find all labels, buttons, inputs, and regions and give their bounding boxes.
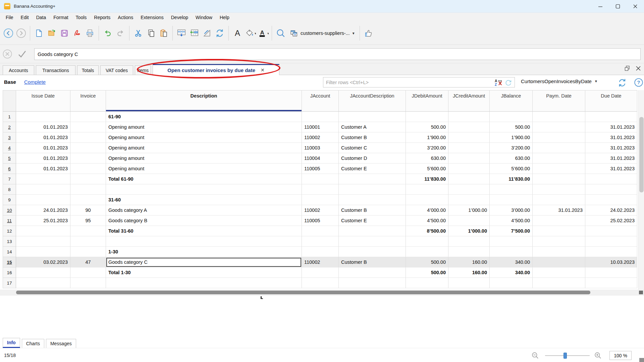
row-number[interactable]: 11 <box>3 216 16 226</box>
row-number[interactable]: 2 <box>3 122 16 132</box>
cell-invoice[interactable] <box>70 278 106 288</box>
restore-window-icon[interactable] <box>624 65 631 73</box>
cell-due_date[interactable] <box>585 236 637 247</box>
cell-jaccount_description[interactable]: Customer E <box>339 216 406 226</box>
cell-jcredit_amount[interactable]: 1’000.00 <box>448 205 490 216</box>
cell-jdebit_amount[interactable]: 4’000.00 <box>406 205 448 216</box>
cell-jbalance[interactable]: 340.00 <box>490 257 533 267</box>
tab-vat-codes[interactable]: VAT codes <box>100 65 133 75</box>
cell-due_date[interactable] <box>585 174 637 184</box>
cell-due_date[interactable] <box>585 226 637 236</box>
cell-jbalance[interactable]: 630.00 <box>490 153 533 164</box>
cell-paym_date[interactable] <box>533 132 585 143</box>
cell-invoice[interactable]: 47 <box>70 257 106 267</box>
print-icon[interactable] <box>84 26 96 41</box>
cell-issue_date[interactable] <box>16 226 70 236</box>
zoom-slider-thumb[interactable] <box>564 353 567 359</box>
cell-jaccount[interactable]: 110002 <box>302 257 339 267</box>
cell-jcredit_amount[interactable] <box>448 278 490 288</box>
column-header-jdebit_amount[interactable]: JDebitAmount <box>406 90 448 112</box>
tab-transactions[interactable]: Transactions <box>36 65 75 75</box>
forward-icon[interactable] <box>15 26 28 41</box>
cell-paym_date[interactable] <box>533 153 585 164</box>
save-icon[interactable] <box>58 26 71 41</box>
cell-paym_date[interactable] <box>533 216 585 226</box>
cell-description[interactable]: Goods category B <box>106 216 302 226</box>
cell-due_date[interactable]: 31.01.2023 <box>585 153 637 164</box>
cell-jbalance[interactable]: 500.00 <box>490 122 533 132</box>
row-number-header[interactable] <box>3 90 16 112</box>
menu-window[interactable]: Window <box>192 15 216 20</box>
cell-jaccount_description[interactable] <box>339 236 406 247</box>
cell-due_date[interactable] <box>585 112 637 122</box>
cell-jdebit_amount[interactable]: 11’830.00 <box>406 174 448 184</box>
cell-invoice[interactable] <box>70 174 106 184</box>
view-selector[interactable]: CurtomersOpenInvoicesByDate ▼ <box>521 78 598 84</box>
vertical-scrollbar-thumb[interactable] <box>639 117 644 192</box>
cell-jbalance[interactable] <box>490 112 533 122</box>
cell-description[interactable] <box>106 278 302 288</box>
font-color-icon[interactable]: A▾ <box>257 26 269 41</box>
redo-icon[interactable] <box>114 26 127 41</box>
menu-extensions[interactable]: Extensions <box>137 15 167 20</box>
search-icon[interactable] <box>274 26 287 41</box>
cell-jaccount[interactable]: 110002 <box>302 132 339 143</box>
row-number[interactable]: 5 <box>3 153 16 164</box>
formula-input[interactable] <box>34 48 641 60</box>
column-header-invoice[interactable]: Invoice <box>70 90 106 112</box>
cell-jcredit_amount[interactable] <box>448 112 490 122</box>
cell-jdebit_amount[interactable]: 4’500.00 <box>406 216 448 226</box>
cell-jbalance[interactable]: 3’200.00 <box>490 143 533 153</box>
cell-issue_date[interactable]: 25.01.2023 <box>16 216 70 226</box>
cell-jaccount[interactable]: 110003 <box>302 143 339 153</box>
cell-invoice[interactable] <box>70 112 106 122</box>
cell-jbalance[interactable] <box>490 236 533 247</box>
cell-due_date[interactable] <box>585 267 637 278</box>
cell-jaccount_description[interactable] <box>339 267 406 278</box>
column-header-due_date[interactable]: Due Date <box>585 90 637 112</box>
cell-description[interactable]: 31-60 <box>106 195 302 205</box>
row-number[interactable]: 3 <box>3 132 16 143</box>
cell-invoice[interactable] <box>70 236 106 247</box>
cell-jaccount_description[interactable]: Customer B <box>339 132 406 143</box>
cell-issue_date[interactable] <box>16 184 70 195</box>
column-header-jaccount[interactable]: JAccount <box>302 90 339 112</box>
cell-issue_date[interactable]: 24.01.2023 <box>16 205 70 216</box>
bottom-tab-messages[interactable]: Messages <box>46 339 76 348</box>
column-header-jcredit_amount[interactable]: JCreditAmount <box>448 90 490 112</box>
cell-jcredit_amount[interactable] <box>448 132 490 143</box>
new-file-icon[interactable] <box>33 26 45 41</box>
column-header-paym_date[interactable]: Paym. Date <box>533 90 585 112</box>
menu-data[interactable]: Data <box>33 15 50 20</box>
cell-paym_date[interactable] <box>533 226 585 236</box>
cell-description[interactable] <box>106 184 302 195</box>
cell-jaccount[interactable] <box>302 278 339 288</box>
cell-jbalance[interactable] <box>490 247 533 257</box>
filter-rows-input[interactable] <box>323 77 515 87</box>
cell-due_date[interactable] <box>585 184 637 195</box>
cell-invoice[interactable] <box>70 143 106 153</box>
cancel-edit-icon[interactable] <box>0 49 15 59</box>
minimize-button[interactable] <box>592 0 609 12</box>
zoom-in-icon[interactable] <box>594 351 602 361</box>
cell-jcredit_amount[interactable] <box>448 195 490 205</box>
cell-jbalance[interactable] <box>490 278 533 288</box>
cell-paym_date[interactable] <box>533 122 585 132</box>
cell-jcredit_amount[interactable] <box>448 143 490 153</box>
tab-totals[interactable]: Totals <box>77 65 99 75</box>
cell-jaccount_description[interactable] <box>339 174 406 184</box>
cell-jbalance[interactable]: 1’900.00 <box>490 132 533 143</box>
zoom-slider[interactable] <box>545 355 590 356</box>
cell-description[interactable]: Opening amount <box>106 153 302 164</box>
undo-icon[interactable] <box>101 26 114 41</box>
cell-jaccount_description[interactable] <box>339 247 406 257</box>
cell-jaccount[interactable]: 110004 <box>302 153 339 164</box>
cell-jaccount_description[interactable] <box>339 195 406 205</box>
menu-tools[interactable]: Tools <box>72 15 91 20</box>
cell-description[interactable]: 1-30 <box>106 247 302 257</box>
cell-description[interactable]: Opening amount <box>106 122 302 132</box>
row-number[interactable]: 16 <box>3 267 16 278</box>
cut-icon[interactable] <box>132 26 145 41</box>
cell-jcredit_amount[interactable] <box>448 236 490 247</box>
cell-jcredit_amount[interactable]: 160.00 <box>448 257 490 267</box>
